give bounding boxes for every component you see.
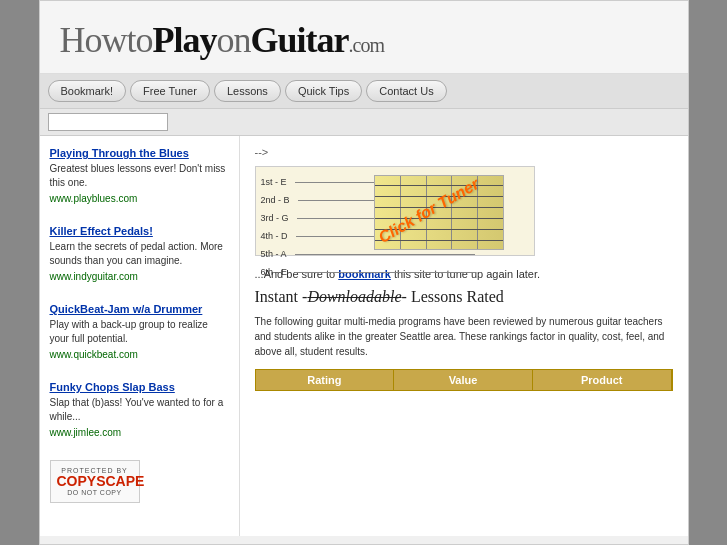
string-6: 6th - E [261, 267, 478, 277]
page-container: HowtoPlayonGuitar.com Bookmark! Free Tun… [0, 0, 727, 545]
section-title-suffix: - Lessons Rated [402, 288, 504, 305]
tuner-diagram[interactable]: 1st - E 2nd - B 3rd - G 4th - D 5th - A … [255, 166, 535, 256]
arrow-comment: --> [255, 146, 673, 158]
sidebar-url-quickbeat: www.quickbeat.com [50, 348, 229, 362]
nav-bar: Bookmark! Free Tuner Lessons Quick Tips … [40, 74, 688, 109]
header: HowtoPlayonGuitar.com [40, 1, 688, 74]
nav-contact-us[interactable]: Contact Us [366, 80, 446, 102]
copyscape-do-not-copy: DO NOT COPY [57, 489, 133, 496]
logo-guitar: Guitar [251, 20, 349, 60]
content-area: Playing Through the Blues Greatest blues… [40, 136, 688, 536]
site-logo: HowtoPlayonGuitar.com [60, 19, 668, 61]
nav-lessons[interactable]: Lessons [214, 80, 281, 102]
sidebar-link-quickbeat[interactable]: QuickBeat-Jam w/a Drummer [50, 303, 203, 315]
section-description: The following guitar multi-media program… [255, 314, 673, 359]
logo-how: How [60, 20, 127, 60]
table-header-rating: Rating [256, 370, 395, 390]
logo-play: Play [153, 20, 217, 60]
search-input[interactable] [48, 113, 168, 131]
copyscape-name: COPYSCAPE [57, 474, 133, 489]
sidebar-desc-quickbeat: Play with a back-up group to realize you… [50, 318, 229, 346]
logo-dotcom: .com [349, 34, 384, 56]
section-title-main: Downloadable [307, 288, 401, 305]
sidebar-url-pedals: www.indyguitar.com [50, 270, 229, 284]
section-title-prefix: Instant - [255, 288, 308, 305]
table-header-product: Product [533, 370, 672, 390]
sidebar-url-blues: www.playblues.com [50, 192, 229, 206]
nav-bookmark[interactable]: Bookmark! [48, 80, 127, 102]
sidebar-link-funky[interactable]: Funky Chops Slap Bass [50, 381, 175, 393]
sidebar-url-funky: www.jimlee.com [50, 426, 229, 440]
table-header: Rating Value Product [255, 369, 673, 391]
section-title: Instant -Downloadable- Lessons Rated [255, 288, 673, 306]
tuner-section: 1st - E 2nd - B 3rd - G 4th - D 5th - A … [255, 166, 673, 256]
sidebar-item-pedals: Killer Effect Pedals! Learn the secrets … [50, 224, 229, 284]
table-header-value: Value [394, 370, 533, 390]
nav-free-tuner[interactable]: Free Tuner [130, 80, 210, 102]
sidebar-link-blues[interactable]: Playing Through the Blues [50, 147, 189, 159]
logo-to: to [127, 20, 153, 60]
main-wrapper: HowtoPlayonGuitar.com Bookmark! Free Tun… [39, 0, 689, 545]
copyscape-badge: PROTECTED BY COPYSCAPE DO NOT COPY [50, 460, 140, 503]
sidebar-item-blues: Playing Through the Blues Greatest blues… [50, 146, 229, 206]
main-content: --> 1st - E 2nd - B 3rd - G 4th - D 5th … [240, 136, 688, 536]
search-bar [40, 109, 688, 136]
sidebar-link-pedals[interactable]: Killer Effect Pedals! [50, 225, 153, 237]
sidebar-desc-blues: Greatest blues lessons ever! Don't miss … [50, 162, 229, 190]
string-5: 5th - A [261, 249, 478, 259]
sidebar-desc-funky: Slap that (b)ass! You've wanted to for a… [50, 396, 229, 424]
nav-quick-tips[interactable]: Quick Tips [285, 80, 362, 102]
sidebar: Playing Through the Blues Greatest blues… [40, 136, 240, 536]
logo-on: on [217, 20, 251, 60]
sidebar-desc-pedals: Learn the secrets of pedal action. More … [50, 240, 229, 268]
sidebar-item-funky: Funky Chops Slap Bass Slap that (b)ass! … [50, 380, 229, 440]
sidebar-item-quickbeat: QuickBeat-Jam w/a Drummer Play with a ba… [50, 302, 229, 362]
